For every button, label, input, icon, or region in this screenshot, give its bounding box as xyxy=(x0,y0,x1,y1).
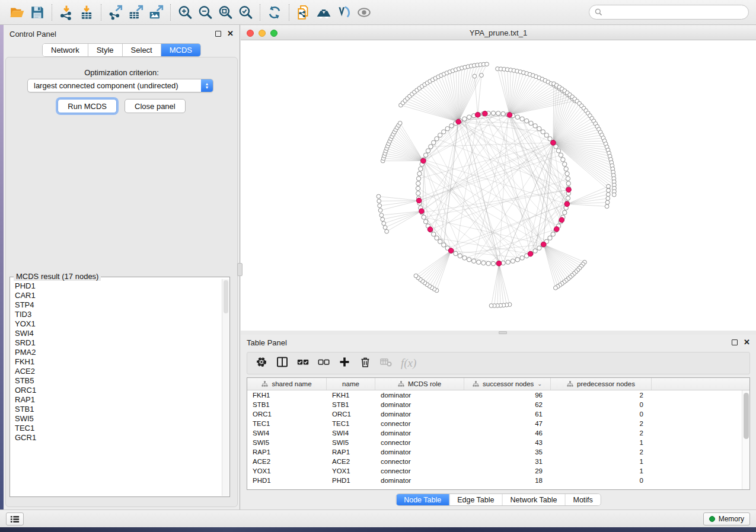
table-row[interactable]: FKH1FKH1dominator962 xyxy=(247,390,742,400)
scrollbar-thumb[interactable] xyxy=(224,280,228,313)
create-column-icon[interactable] xyxy=(339,356,350,370)
zoom-fit-icon[interactable] xyxy=(215,2,235,23)
horizontal-split[interactable] xyxy=(241,331,756,335)
node-table-body[interactable]: FKH1FKH1dominator962STB1STB1dominator620… xyxy=(247,390,742,489)
graph-node[interactable] xyxy=(414,274,418,278)
graph-node[interactable] xyxy=(486,261,490,265)
table-row[interactable]: TEC1TEC1connector472 xyxy=(247,419,742,428)
float-panel-icon[interactable] xyxy=(215,31,221,37)
graph-node[interactable] xyxy=(432,232,436,236)
graph-mcds-node[interactable] xyxy=(448,248,454,254)
mcds-result-item[interactable]: FKH1 xyxy=(15,357,221,367)
graph-mcds-node[interactable] xyxy=(551,140,556,146)
graph-node[interactable] xyxy=(480,73,484,78)
zoom-in-icon[interactable] xyxy=(175,2,195,23)
graph-node[interactable] xyxy=(605,200,610,204)
graph-node[interactable] xyxy=(383,226,387,230)
mcds-result-item[interactable]: ACE2 xyxy=(15,367,221,376)
graph-node[interactable] xyxy=(520,256,524,260)
tab-edge-table[interactable]: Edge Table xyxy=(449,494,502,505)
network-canvas[interactable] xyxy=(241,40,756,331)
graph-node[interactable] xyxy=(423,219,428,223)
mcds-result-item[interactable]: ORC1 xyxy=(15,386,221,395)
mcds-result-item[interactable]: STB5 xyxy=(15,376,221,386)
graph-node[interactable] xyxy=(481,261,486,265)
graph-node[interactable] xyxy=(496,111,500,116)
graph-node[interactable] xyxy=(449,124,454,128)
graph-node[interactable] xyxy=(462,117,467,121)
mcds-result-list[interactable]: PHD1CAR1STP4TID3YOX1SWI4SRD1PMA2FKH1ACE2… xyxy=(11,279,221,496)
graph-node[interactable] xyxy=(438,239,442,243)
mcds-result-item[interactable]: RAP1 xyxy=(15,395,221,405)
import-network-icon[interactable] xyxy=(56,2,76,23)
search-network-icon[interactable] xyxy=(314,2,334,23)
table-row[interactable]: ACE2ACE2connector311 xyxy=(247,457,742,466)
graph-node[interactable] xyxy=(533,124,537,128)
graph-node[interactable] xyxy=(566,181,570,185)
graph-mcds-node[interactable] xyxy=(416,198,422,203)
graph-mcds-node[interactable] xyxy=(475,112,480,117)
table-row[interactable]: YOX1YOX1connector291 xyxy=(247,466,742,476)
refresh-layout-icon[interactable] xyxy=(264,2,285,23)
export-network-icon[interactable] xyxy=(106,2,126,23)
graph-node[interactable] xyxy=(533,249,537,253)
optimization-criterion-select[interactable]: largest connected component (undirected)… xyxy=(27,79,213,92)
save-session-icon[interactable] xyxy=(27,2,47,23)
graph-node[interactable] xyxy=(467,115,471,119)
memory-button[interactable]: Memory xyxy=(703,512,750,525)
graph-node[interactable] xyxy=(467,258,471,262)
graph-node[interactable] xyxy=(529,121,533,125)
tab-style[interactable]: Style xyxy=(88,44,123,56)
unselect-all-columns-icon[interactable] xyxy=(318,356,330,370)
open-file-icon[interactable] xyxy=(7,2,27,23)
graph-node[interactable] xyxy=(524,118,528,123)
mcds-result-item[interactable]: STB1 xyxy=(15,405,221,414)
mcds-result-item[interactable]: YOX1 xyxy=(15,319,221,329)
graph-mcds-node[interactable] xyxy=(528,251,533,257)
export-table-icon[interactable] xyxy=(126,2,146,23)
graph-node[interactable] xyxy=(537,246,541,250)
graph-node[interactable] xyxy=(551,232,555,236)
graph-node[interactable] xyxy=(435,236,439,240)
graph-node[interactable] xyxy=(442,243,446,247)
apply-style-icon[interactable] xyxy=(334,2,354,23)
mcds-result-item[interactable]: SWI4 xyxy=(15,329,221,338)
graph-mcds-node[interactable] xyxy=(483,111,488,116)
graph-node[interactable] xyxy=(565,172,569,176)
float-table-panel-icon[interactable] xyxy=(732,339,738,345)
graph-mcds-node[interactable] xyxy=(566,187,572,193)
mcds-result-item[interactable]: SWI5 xyxy=(15,414,221,424)
graph-node[interactable] xyxy=(416,191,420,196)
table-row[interactable]: STB1STB1dominator620 xyxy=(247,400,742,409)
mcds-result-item[interactable]: CAR1 xyxy=(15,291,221,300)
table-row[interactable]: RAP1RAP1dominator352 xyxy=(247,447,742,457)
graph-mcds-node[interactable] xyxy=(559,217,564,223)
tab-network[interactable]: Network xyxy=(43,44,88,56)
vertical-split-handle[interactable] xyxy=(237,263,243,276)
close-table-panel-icon[interactable]: ✕ xyxy=(744,339,750,345)
graph-node[interactable] xyxy=(554,286,558,290)
graph-node[interactable] xyxy=(382,222,386,226)
close-panel-button[interactable]: Close panel xyxy=(125,99,186,113)
delete-column-icon[interactable] xyxy=(359,356,371,370)
graph-mcds-node[interactable] xyxy=(419,209,425,214)
mcds-result-scrollbar[interactable] xyxy=(222,279,229,496)
graph-node[interactable] xyxy=(561,158,565,162)
graph-node[interactable] xyxy=(606,197,610,201)
graph-node[interactable] xyxy=(511,259,515,263)
column-header-MCDS-role[interactable]: MCDS role xyxy=(375,378,464,390)
graph-node[interactable] xyxy=(564,166,568,171)
graph-node[interactable] xyxy=(378,204,382,208)
graph-node[interactable] xyxy=(385,229,389,233)
mcds-result-item[interactable]: PHD1 xyxy=(15,281,221,291)
graph-node[interactable] xyxy=(544,133,548,137)
import-table-icon[interactable] xyxy=(76,2,97,23)
graph-node[interactable] xyxy=(432,140,436,145)
graph-mcds-node[interactable] xyxy=(421,158,426,164)
tab-mcds[interactable]: MCDS xyxy=(161,44,200,56)
graph-node[interactable] xyxy=(566,177,570,181)
show-hide-icon[interactable] xyxy=(354,2,374,23)
tab-node-table[interactable]: Node Table xyxy=(396,494,449,505)
table-scrollbar[interactable] xyxy=(742,390,749,489)
graph-node[interactable] xyxy=(548,137,552,141)
